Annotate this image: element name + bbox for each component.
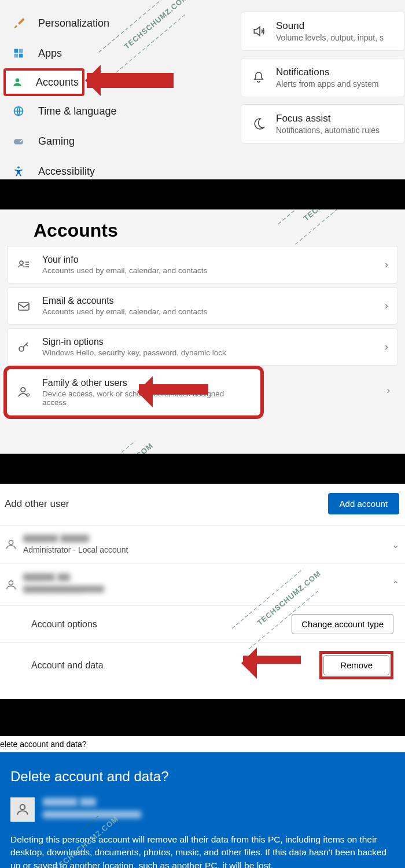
svg-point-17 [20, 804, 25, 810]
chevron-right-icon: › [385, 259, 388, 271]
sidebar-label: Personalization [38, 17, 109, 30]
row-email-accounts[interactable]: Email & accountsAccounts used by email, … [7, 287, 398, 325]
card-sub: Notifications, automatic rules [276, 126, 380, 135]
person-icon [5, 579, 23, 591]
idcard-icon [17, 258, 42, 272]
remove-button[interactable]: Remove [323, 655, 389, 675]
annotation-arrow [243, 656, 301, 664]
mail-icon [17, 299, 42, 313]
sidebar-item-accessibility[interactable]: Accessibility [0, 156, 220, 179]
dialog-user: XXXX XX XXXXXXXXXXXX [10, 797, 395, 822]
card-title: Sound [276, 20, 384, 32]
chevron-down-icon: ⌄ [392, 539, 399, 550]
person-icon [12, 75, 23, 89]
redacted-name: XXXX [43, 798, 78, 806]
annotation-arrow [139, 384, 208, 395]
svg-point-16 [9, 580, 13, 584]
chevron-right-icon: › [385, 300, 388, 312]
svg-rect-3 [19, 54, 23, 58]
account-options-label: Account options [31, 619, 97, 630]
redacted-name: XX [80, 798, 96, 806]
globe-icon [12, 104, 25, 118]
accessibility-icon [12, 164, 25, 178]
account-and-data-label: Account and data [31, 660, 104, 671]
gamepad-icon [12, 134, 25, 148]
svg-point-13 [21, 388, 25, 392]
sound-icon [252, 24, 276, 39]
bell-icon [252, 71, 276, 84]
add-other-user-label: Add other user [5, 498, 69, 510]
svg-point-8 [21, 140, 22, 141]
brush-icon [12, 16, 25, 30]
sidebar-label: Accessibility [38, 165, 95, 178]
card-notifications[interactable]: NotificationsAlerts from apps and system [241, 58, 405, 97]
person-icon [5, 538, 23, 551]
redacted-email: XXXXXXXXXX [23, 586, 104, 593]
sidebar-label: Gaming [38, 135, 75, 148]
row-signin-options[interactable]: Sign-in optionsWindows Hello, security k… [7, 328, 398, 366]
card-title: Notifications [276, 67, 378, 78]
sidebar-item-gaming[interactable]: Gaming [0, 126, 220, 156]
add-account-button[interactable]: Add account [328, 493, 399, 514]
svg-rect-6 [14, 139, 24, 144]
redacted-name: XX [57, 573, 70, 581]
moon-icon [252, 117, 276, 131]
row-sub: Accounts used by email, calendar, and co… [42, 307, 385, 316]
chevron-right-icon: › [385, 341, 388, 353]
svg-point-10 [20, 261, 23, 264]
apps-icon [12, 46, 25, 60]
account-and-data-row: Account and data Remove [0, 642, 405, 687]
annotation-arrow [87, 73, 174, 88]
row-title: Email & accounts [42, 296, 385, 306]
chevron-up-icon: ⌃ [392, 579, 399, 590]
card-sub: Alerts from apps and system [276, 79, 378, 89]
family-icon [17, 385, 42, 400]
dialog-message: Deleting this person's account will remo… [10, 833, 395, 868]
redacted-name: XXXX [23, 535, 58, 542]
user-row-1[interactable]: XXXX XXXX Administrator - Local account … [0, 525, 405, 564]
remove-highlight: Remove [319, 651, 393, 679]
redacted-name: XXXX [60, 535, 89, 542]
svg-point-12 [19, 347, 24, 351]
row-sub: Accounts used by email, calendar, and co… [42, 266, 385, 275]
svg-point-4 [16, 78, 20, 82]
redacted-name: XXXX [23, 573, 55, 581]
sidebar-item-personalization[interactable]: Personalization [0, 8, 220, 38]
account-options-row: Account options Change account type [0, 605, 405, 642]
key-icon [17, 340, 42, 354]
svg-rect-2 [14, 54, 19, 58]
card-title: Focus assist [276, 113, 380, 124]
sidebar-label: Time & language [38, 105, 116, 117]
sidebar-label: Apps [38, 47, 62, 60]
settings-sidebar: Personalization Apps Accounts Time & lan… [0, 0, 220, 179]
row-title: Sign-in options [42, 337, 385, 347]
page-heading: Accounts [0, 209, 405, 246]
dialog-titlebar: elete account and data? [0, 736, 405, 752]
svg-point-7 [20, 141, 21, 142]
card-focus-assist[interactable]: Focus assistNotifications, automatic rul… [241, 104, 405, 144]
system-cards: SoundVolume levels, output, input, s Not… [241, 0, 405, 144]
svg-rect-11 [19, 303, 29, 310]
card-sub: Volume levels, output, input, s [276, 33, 384, 42]
user-row-2[interactable]: XXXX XX XXXXXXXXXX ⌃ [0, 564, 405, 605]
row-title: Your info [42, 255, 385, 265]
svg-rect-1 [19, 49, 23, 53]
sidebar-item-time-language[interactable]: Time & language [0, 96, 220, 126]
dialog-heading: Delete account and data? [10, 768, 395, 785]
user-subtitle: Administrator - Local account [23, 545, 392, 554]
change-account-type-button[interactable]: Change account type [292, 614, 393, 634]
row-sub: Windows Hello, security key, password, d… [42, 348, 385, 357]
card-sound[interactable]: SoundVolume levels, output, input, s [241, 12, 405, 51]
avatar-icon [10, 797, 35, 822]
sidebar-item-apps[interactable]: Apps [0, 38, 220, 68]
svg-point-15 [9, 540, 13, 545]
chevron-right-icon: › [387, 385, 390, 396]
watermark: TECHSCHUMZ.COM [87, 441, 154, 454]
row-your-info[interactable]: Your infoAccounts used by email, calenda… [7, 246, 398, 284]
svg-point-9 [17, 167, 20, 169]
redacted-email: XXXXXXXXXXXX [43, 811, 141, 818]
svg-rect-0 [14, 49, 19, 53]
